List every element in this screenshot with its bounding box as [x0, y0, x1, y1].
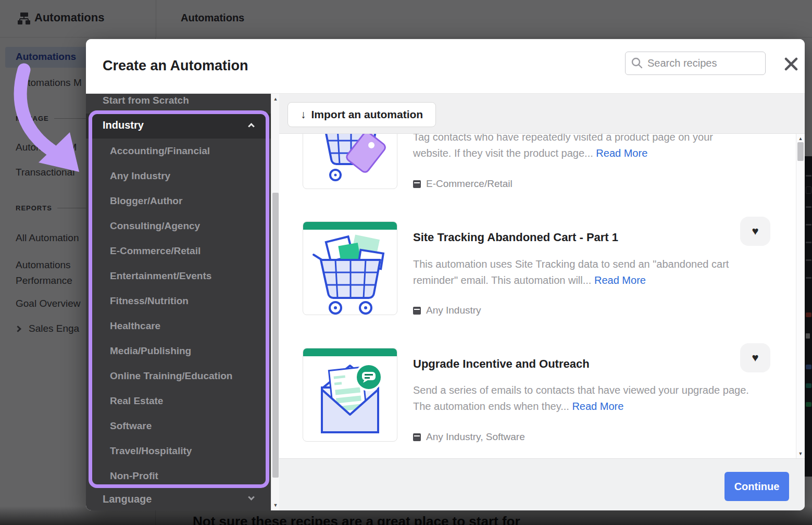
recipe-tags: E-Commerce/Retail — [413, 178, 513, 190]
industry-item[interactable]: Online Training/Education — [86, 364, 271, 389]
read-more-link[interactable]: Read More — [596, 147, 647, 159]
recipes-scrollbar-thumb[interactable] — [797, 142, 804, 161]
industry-item[interactable]: E-Commerce/Retail — [86, 239, 271, 264]
industry-list: Accounting/Financial Any Industry Blogge… — [86, 139, 271, 489]
scroll-down-icon[interactable]: ▼ — [796, 451, 805, 456]
download-arrow-icon: ↓ — [301, 108, 306, 121]
industry-item[interactable]: Software — [86, 414, 271, 439]
modal-footer: Continue — [279, 458, 805, 510]
recipe-description: Send a series of emails to contacts that… — [413, 382, 778, 415]
industry-item[interactable]: Real Estate — [86, 389, 271, 414]
chevron-up-icon — [248, 123, 255, 130]
industry-tag-icon — [413, 433, 421, 441]
favorite-button[interactable]: ♥ — [740, 217, 770, 246]
industry-tag-icon — [413, 307, 421, 315]
category-panel: Start from Scratch Industry Accounting/F… — [86, 94, 271, 510]
recipe-search — [625, 52, 766, 75]
recipe-image-header — [303, 222, 397, 230]
import-bar: ↓ Import an automation — [279, 94, 805, 134]
read-more-link[interactable]: Read More — [572, 401, 623, 412]
scroll-up-icon[interactable]: ▲ — [271, 96, 280, 102]
category-group-language[interactable]: Language — [86, 488, 271, 510]
recipe-description: This automation uses Site Tracking data … — [413, 256, 778, 289]
modal-header: Create an Automation — [86, 39, 805, 94]
recipe-image-header — [303, 348, 397, 356]
read-more-link[interactable]: Read More — [594, 274, 646, 286]
scroll-up-icon[interactable]: ▲ — [796, 136, 805, 141]
industry-item[interactable]: Consulting/Agency — [86, 214, 271, 239]
search-icon — [631, 57, 643, 69]
recipe-list: Tag contacts who have repeatedly visited… — [279, 134, 796, 458]
recipe-tags: Any Industry, Software — [413, 431, 525, 443]
close-icon[interactable] — [782, 55, 801, 73]
recipes-scrollbar[interactable]: ▲ ▼ — [796, 134, 805, 458]
industry-item[interactable]: Entertainment/Events — [86, 264, 271, 289]
recipe-image-cart-tag — [303, 134, 397, 189]
category-scrollbar[interactable]: ▲ ▼ — [271, 94, 279, 510]
category-group-industry[interactable]: Industry — [86, 114, 271, 139]
favorite-button[interactable]: ♥ — [740, 343, 770, 372]
industry-item[interactable]: Accounting/Financial — [86, 139, 271, 164]
industry-item[interactable]: Healthcare — [86, 314, 271, 339]
industry-item[interactable]: Non-Profit — [86, 464, 271, 489]
category-start-from-scratch[interactable]: Start from Scratch — [103, 95, 189, 106]
import-automation-button[interactable]: ↓ Import an automation — [288, 102, 436, 127]
industry-tag-icon — [413, 180, 421, 188]
heart-icon: ♥ — [752, 351, 758, 365]
recipe-tags: Any Industry — [413, 305, 481, 316]
recipe-image-envelope — [303, 348, 397, 442]
recipe-title: Upgrade Incentive and Outreach — [413, 357, 590, 371]
industry-item[interactable]: Any Industry — [86, 164, 271, 189]
recipe-image-cart-full — [303, 221, 397, 315]
continue-button[interactable]: Continue — [724, 472, 789, 501]
industry-item[interactable]: Blogger/Author — [86, 189, 271, 214]
modal-title: Create an Automation — [103, 58, 248, 74]
recipe-title: Site Tracking Abandoned Cart - Part 1 — [413, 231, 618, 244]
heart-icon: ♥ — [752, 224, 758, 238]
category-scrollbar-thumb[interactable] — [272, 193, 279, 478]
recipe-description: Tag contacts who have repeatedly visited… — [413, 134, 778, 161]
industry-item[interactable]: Fitness/Nutrition — [86, 289, 271, 314]
chevron-down-icon — [248, 494, 255, 501]
industry-item[interactable]: Travel/Hospitality — [86, 439, 271, 464]
industry-item[interactable]: Media/Publishing — [86, 339, 271, 364]
search-input[interactable] — [625, 52, 766, 75]
scroll-down-icon[interactable]: ▼ — [271, 503, 280, 508]
create-automation-modal: Create an Automation Start from Scratch … — [86, 39, 805, 510]
